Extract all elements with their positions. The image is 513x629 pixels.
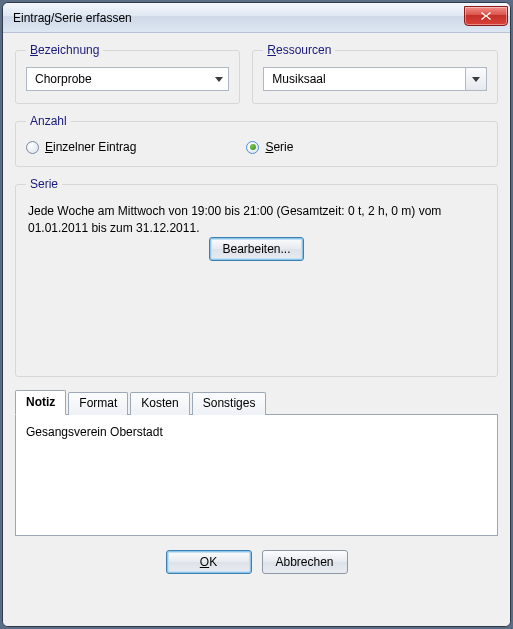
cancel-button[interactable]: Abbrechen <box>262 550 348 574</box>
anzahl-legend: Anzahl <box>26 114 71 128</box>
ressourcen-group: Ressourcen Musiksaal <box>252 43 498 104</box>
serie-group: Serie Jede Woche am Mittwoch von 19:00 b… <box>15 177 498 377</box>
radio-serie[interactable]: Serie <box>246 140 293 154</box>
cancel-button-label: Abbrechen <box>275 555 333 569</box>
close-icon <box>480 11 492 21</box>
radio-serie-label: Serie <box>265 140 293 154</box>
tab-format[interactable]: Format <box>68 392 128 415</box>
client-area: Bezeichnung Chorprobe Ressourcen Musiksa… <box>3 33 510 626</box>
bezeichnung-value: Chorprobe <box>27 72 210 86</box>
window-title: Eintrag/Serie erfassen <box>13 11 464 25</box>
ressourcen-combo[interactable]: Musiksaal <box>263 67 487 91</box>
serie-description: Jede Woche am Mittwoch von 19:00 bis 21:… <box>26 201 487 237</box>
radio-single-label: Einzelner Eintrag <box>45 140 136 154</box>
bezeichnung-group: Bezeichnung Chorprobe <box>15 43 240 104</box>
serie-legend: Serie <box>26 177 62 191</box>
titlebar: Eintrag/Serie erfassen <box>3 3 510 33</box>
radio-single-entry[interactable]: Einzelner Eintrag <box>26 140 136 154</box>
bezeichnung-combo[interactable]: Chorprobe <box>26 67 229 91</box>
dialog-window: Eintrag/Serie erfassen Bezeichnung Chorp… <box>2 2 511 627</box>
bezeichnung-legend: Bezeichnung <box>26 43 103 57</box>
edit-button-label: Bearbeiten... <box>222 242 290 256</box>
ok-button-label: OK <box>200 555 217 569</box>
notiz-content[interactable]: Gesangsverein Oberstadt <box>26 425 487 439</box>
ok-button[interactable]: OK <box>166 550 252 574</box>
radio-icon <box>26 141 39 154</box>
ressourcen-legend: Ressourcen <box>263 43 335 57</box>
tabs-container: Notiz Format Kosten Sonstiges Gesangsver… <box>15 391 498 536</box>
tab-panel-notiz: Gesangsverein Oberstadt <box>15 414 498 536</box>
close-button[interactable] <box>464 6 508 26</box>
tab-sonstiges[interactable]: Sonstiges <box>192 392 267 415</box>
radio-icon <box>246 141 259 154</box>
ressourcen-value: Musiksaal <box>264 72 461 86</box>
tab-kosten[interactable]: Kosten <box>130 392 189 415</box>
chevron-down-icon <box>210 77 228 82</box>
tab-notiz[interactable]: Notiz <box>15 390 66 415</box>
anzahl-group: Anzahl Einzelner Eintrag Serie <box>15 114 498 167</box>
chevron-down-icon <box>465 67 487 91</box>
dialog-footer: OK Abbrechen <box>15 550 498 574</box>
edit-button[interactable]: Bearbeiten... <box>209 237 303 261</box>
